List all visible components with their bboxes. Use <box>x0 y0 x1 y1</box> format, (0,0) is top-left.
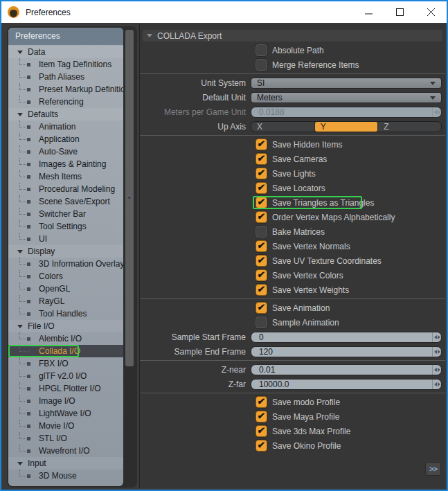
tree-item[interactable]: 3D Mouse <box>8 470 123 482</box>
absolute-path-checkbox[interactable] <box>256 44 267 56</box>
tree-item[interactable]: Image I/O <box>8 395 123 407</box>
tree-item[interactable]: Tool Handles <box>8 307 123 320</box>
checkbox-row: Absolute Path <box>140 43 445 57</box>
save-hidden-items-checkbox[interactable] <box>256 139 267 150</box>
save-cameras-checkbox[interactable] <box>256 153 267 165</box>
tree-item[interactable]: Preset Markup Definitions <box>8 83 123 96</box>
tree-item[interactable]: 3D Information Overlays <box>8 258 123 270</box>
expand-panel-button[interactable]: >> <box>425 462 441 476</box>
tree-item[interactable]: UI <box>8 233 123 245</box>
tree-item[interactable]: Application <box>8 133 123 145</box>
checkbox-label: Absolute Path <box>272 46 324 55</box>
save-animation-checkbox[interactable] <box>256 302 267 314</box>
up-axis-y-segment[interactable]: Y <box>315 122 379 132</box>
checkbox-row: Save UV Texture Coordinates <box>140 253 445 268</box>
checkbox-label: Save Locators <box>272 184 325 193</box>
tree-item[interactable]: LightWave I/O <box>8 407 123 420</box>
dropdown-value: SI <box>257 78 265 88</box>
divider <box>140 298 445 299</box>
close-button[interactable] <box>415 1 447 23</box>
bake-matrices-checkbox[interactable] <box>256 226 267 238</box>
field-value: 0 <box>259 332 264 342</box>
checkbox-row: Save Hidden Items <box>140 137 445 152</box>
tree-item[interactable]: Alembic I/O <box>8 332 123 345</box>
sample-animation-checkbox[interactable] <box>256 316 267 328</box>
tree-item[interactable]: Referencing <box>8 96 123 108</box>
tree-item[interactable]: Animation <box>8 120 123 133</box>
save-vertex-weights-checkbox[interactable] <box>256 284 267 296</box>
save-okino-profile-checkbox[interactable] <box>256 440 267 452</box>
checkbox-label: Save Vertex Weights <box>272 285 349 295</box>
tree-group-input[interactable]: Input <box>8 457 123 470</box>
tree-item[interactable]: RayGL <box>8 295 123 307</box>
tree-item[interactable]: STL I/O <box>8 432 123 445</box>
checkbox-label: Merge Reference Items <box>272 60 359 70</box>
tree-item[interactable]: FBX I/O <box>8 357 123 370</box>
tree-item[interactable]: Path Aliases <box>8 71 123 83</box>
spinner-icon[interactable] <box>432 347 441 357</box>
save-vertex-normals-checkbox[interactable] <box>256 240 267 252</box>
sample-start-frame-field[interactable]: 0 <box>251 332 442 343</box>
z-far-field[interactable]: 10000.0 <box>251 379 442 390</box>
tree-item-collada-io[interactable]: Collada I/O <box>8 345 123 357</box>
sidebar-scrollbar[interactable] <box>125 28 134 486</box>
checkbox-label: Order Vertex Maps Alphabetically <box>272 213 395 222</box>
checkbox-row-save-triangles: Save Triangles as Triangles <box>140 195 445 210</box>
up-axis-z-segment[interactable]: Z <box>378 122 441 132</box>
tree-item[interactable]: Scene Save/Export <box>8 195 123 208</box>
tree-group-file-io[interactable]: File I/O <box>8 320 123 332</box>
up-axis-x-segment[interactable]: X <box>251 122 315 132</box>
tree-item[interactable]: glTF v2.0 I/O <box>8 370 123 382</box>
tree-item[interactable]: Movie I/O <box>8 420 123 432</box>
tree-item[interactable]: Auto-Save <box>8 145 123 158</box>
default-unit-dropdown[interactable]: Meters <box>251 92 442 103</box>
minimize-button[interactable] <box>353 1 384 23</box>
save-lights-checkbox[interactable] <box>256 168 267 179</box>
checkbox-label: Save Lights <box>272 169 316 179</box>
spinner-icon[interactable] <box>432 380 441 389</box>
save-modo-profile-checkbox[interactable] <box>256 396 267 408</box>
tree-group-data[interactable]: Data <box>8 46 123 58</box>
checkbox-row: Sample Animation <box>140 315 445 330</box>
spinner-icon[interactable] <box>432 332 441 342</box>
tree-item[interactable]: Switcher Bar <box>8 208 123 220</box>
checkbox-label: Sample Animation <box>272 318 339 328</box>
save-3ds-max-profile-checkbox[interactable] <box>256 425 267 437</box>
save-maya-profile-checkbox[interactable] <box>256 411 267 422</box>
save-triangles-as-triangles-checkbox[interactable] <box>256 197 267 208</box>
checkbox-label: Save UV Texture Coordinates <box>272 256 382 266</box>
tree-item[interactable]: Images & Painting <box>8 158 123 170</box>
save-locators-checkbox[interactable] <box>256 182 267 194</box>
spinner-icon[interactable] <box>432 365 441 375</box>
checkbox-row: Save Vertex Normals <box>140 239 445 253</box>
tree-item[interactable]: Wavefront I/O <box>8 445 123 457</box>
tree-item[interactable]: Item Tag Definitions <box>8 58 123 71</box>
tree-item[interactable]: Mesh Items <box>8 170 123 183</box>
checkbox-row: Save Animation <box>140 301 445 315</box>
order-vertex-maps-checkbox[interactable] <box>256 211 267 223</box>
tree-item[interactable]: OpenGL <box>8 283 123 295</box>
merge-reference-items-checkbox[interactable] <box>256 59 267 71</box>
checkbox-label: Save Vertex Normals <box>272 242 350 251</box>
checkbox-row: Save Vertex Weights <box>140 283 445 297</box>
tree-item[interactable]: HPGL Plotter I/O <box>8 382 123 395</box>
save-vertex-colors-checkbox[interactable] <box>256 269 267 281</box>
unit-system-dropdown[interactable]: SI <box>251 78 442 89</box>
chevron-down-icon <box>430 96 436 100</box>
checkbox-row: Save modo Profile <box>140 395 445 409</box>
tree-group-defaults[interactable]: Defaults <box>8 108 123 120</box>
divider <box>140 360 445 361</box>
collada-export-panel: COLLADA Export Absolute Path Merge Refer… <box>139 24 445 488</box>
title-bar[interactable]: Preferences <box>1 1 447 23</box>
tree-item[interactable]: Procedural Modeling <box>8 183 123 195</box>
checkbox-label: Save Maya Profile <box>272 412 339 422</box>
save-uv-texture-coordinates-checkbox[interactable] <box>256 255 267 267</box>
section-header-collada-export[interactable]: COLLADA Export <box>143 30 442 42</box>
sample-end-frame-field[interactable]: 120 <box>251 346 442 357</box>
tree-item[interactable]: Colors <box>8 270 123 283</box>
tree-group-display[interactable]: Display <box>8 245 123 258</box>
z-near-field[interactable]: 0.01 <box>251 364 442 375</box>
scrollbar-thumb[interactable] <box>125 30 134 366</box>
maximize-button[interactable] <box>384 1 415 23</box>
tree-item[interactable]: Tool Settings <box>8 220 123 233</box>
